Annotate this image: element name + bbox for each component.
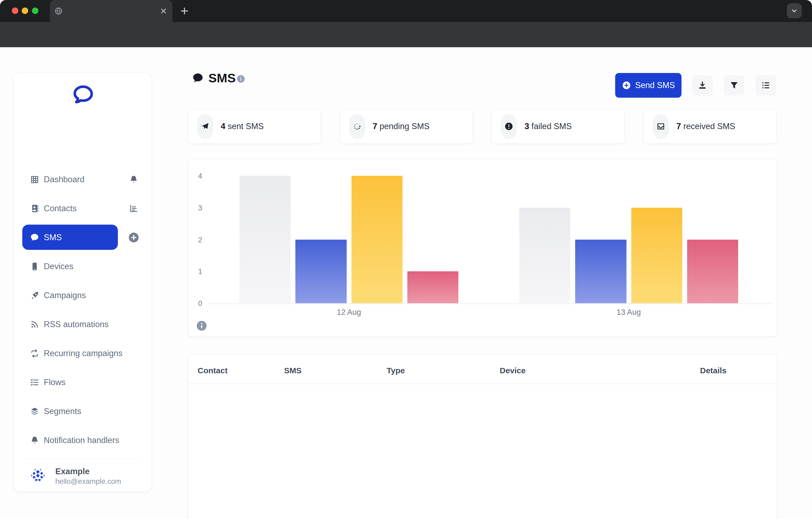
sidebar-item-label: Recurring campaigns <box>44 348 122 358</box>
close-window-button[interactable] <box>12 7 18 14</box>
sidebar-item-label: Campaigns <box>44 291 86 300</box>
stats-row: 4 sent SMS 7 pending SMS 3 failed SMS 7 … <box>188 109 777 144</box>
col-sms: SMS <box>284 366 301 375</box>
browser-chrome <box>0 0 812 47</box>
bar-sent-12-Aug[interactable] <box>295 240 346 304</box>
sidebar: Dashboard Contacts SMS Devices Campaigns… <box>13 72 152 492</box>
col-device: Device <box>500 366 526 375</box>
tab-close-icon[interactable] <box>160 7 168 15</box>
account-email: hello@example.com <box>55 478 121 486</box>
sidebar-nav: Dashboard Contacts SMS Devices Campaigns… <box>13 165 151 455</box>
inbox-icon <box>656 122 665 131</box>
sidebar-item-label: Dashboard <box>44 175 85 184</box>
y-tick: 4 <box>191 172 202 180</box>
rss-icon <box>30 319 39 329</box>
table-header: Contact SMS Type Device Details <box>188 355 777 384</box>
stat-card-sent-SMS: 4 sent SMS <box>188 109 321 144</box>
sidebar-item-label: Devices <box>44 262 73 271</box>
sidebar-item-label: Segments <box>44 406 81 416</box>
rocket-icon <box>30 291 39 300</box>
sms-table-card: Contact SMS Type Device Details <box>188 355 777 519</box>
y-tick: 3 <box>191 204 202 212</box>
bar-sent-13-Aug[interactable] <box>575 240 626 304</box>
list-view-button[interactable] <box>756 75 776 95</box>
chart-plot: 4321012 Aug13 Aug <box>188 160 777 336</box>
bar-chart-icon[interactable] <box>129 204 139 213</box>
maximize-window-button[interactable] <box>32 7 38 14</box>
plus-circle-icon <box>621 81 631 90</box>
col-contact: Contact <box>198 366 228 375</box>
info-icon[interactable] <box>236 74 245 84</box>
page-title: SMS <box>208 70 236 85</box>
sidebar-item-contacts[interactable]: Contacts <box>13 194 151 223</box>
tab-overflow-button[interactable] <box>787 3 802 18</box>
sidebar-item-label: Notification handlers <box>44 435 119 445</box>
stat-card-received-SMS: 7 received SMS <box>644 109 777 144</box>
bell-icon <box>30 435 39 445</box>
sidebar-item-rss-automations[interactable]: RSS automations <box>13 310 151 339</box>
new-tab-button[interactable] <box>179 6 190 16</box>
download-icon <box>698 81 707 90</box>
sidebar-item-label: SMS <box>44 233 62 242</box>
contact-card-icon <box>30 204 39 213</box>
sidebar-item-recurring-campaigns[interactable]: Recurring campaigns <box>13 339 151 368</box>
bar-group-12-Aug <box>239 176 458 303</box>
sidebar-item-notification-handlers[interactable]: Notification handlers <box>13 426 151 455</box>
send-icon <box>201 122 210 131</box>
bar-pending-13-Aug[interactable] <box>631 208 682 303</box>
sidebar-item-label: RSS automations <box>44 319 109 329</box>
send-sms-label: Send SMS <box>635 81 675 90</box>
sidebar-item-dashboard[interactable]: Dashboard <box>13 165 151 194</box>
y-tick: 0 <box>191 300 202 308</box>
sidebar-item-label: Flows <box>44 377 65 387</box>
stat-card-pending-SMS: 7 pending SMS <box>340 109 473 144</box>
stat-card-failed-SMS: 3 failed SMS <box>492 109 625 144</box>
funnel-icon <box>729 81 739 90</box>
bar-failed-13-Aug[interactable] <box>687 240 738 304</box>
browser-toolbar <box>0 22 812 47</box>
minimize-window-button[interactable] <box>22 7 28 14</box>
app-logo-chat-bubble-icon <box>72 84 94 106</box>
export-button[interactable] <box>692 75 713 95</box>
bar-received-12-Aug[interactable] <box>239 176 291 303</box>
browser-tab[interactable] <box>50 0 172 22</box>
sms-title-icon <box>192 72 204 84</box>
sidebar-item-segments[interactable]: Segments <box>13 397 151 426</box>
sidebar-item-sms[interactable]: SMS <box>13 223 151 252</box>
spinner-icon <box>353 122 362 131</box>
sidebar-item-campaigns[interactable]: Campaigns <box>13 281 151 310</box>
bar-failed-12-Aug[interactable] <box>407 271 458 303</box>
sidebar-item-flows[interactable]: Flows <box>13 368 151 397</box>
repeat-icon <box>30 348 39 358</box>
checklist-icon <box>30 377 39 387</box>
bar-pending-12-Aug[interactable] <box>351 176 403 303</box>
sms-chart-card: 4321012 Aug13 Aug <box>188 159 777 337</box>
x-tick-label: 13 Aug <box>519 308 738 317</box>
alert-circle-icon <box>504 122 514 131</box>
sidebar-item-devices[interactable]: Devices <box>13 252 151 281</box>
layers-icon <box>30 406 39 416</box>
bell-icon[interactable] <box>129 175 139 184</box>
bar-group-13-Aug <box>519 208 738 303</box>
divider <box>24 459 141 459</box>
app-page: Dashboard Contacts SMS Devices Campaigns… <box>0 47 812 519</box>
sidebar-item-label: Contacts <box>44 204 77 213</box>
list-icon <box>761 81 771 90</box>
tab-strip <box>0 0 812 22</box>
y-tick: 1 <box>191 268 202 276</box>
plus-circle-icon[interactable] <box>127 231 140 244</box>
chat-icon <box>30 233 39 242</box>
avatar <box>29 466 47 484</box>
x-tick-label: 12 Aug <box>239 308 458 317</box>
chart-info-icon[interactable] <box>196 320 208 332</box>
col-type: Type <box>387 366 405 375</box>
filter-button[interactable] <box>724 75 744 95</box>
grid-icon <box>30 175 39 184</box>
globe-icon <box>54 7 63 15</box>
bar-received-13-Aug[interactable] <box>519 208 570 303</box>
x-axis-line <box>208 304 772 304</box>
send-sms-button[interactable]: Send SMS <box>615 73 682 98</box>
y-tick: 2 <box>191 236 202 244</box>
col-details: Details <box>700 366 726 375</box>
account-name: Example <box>55 467 90 476</box>
